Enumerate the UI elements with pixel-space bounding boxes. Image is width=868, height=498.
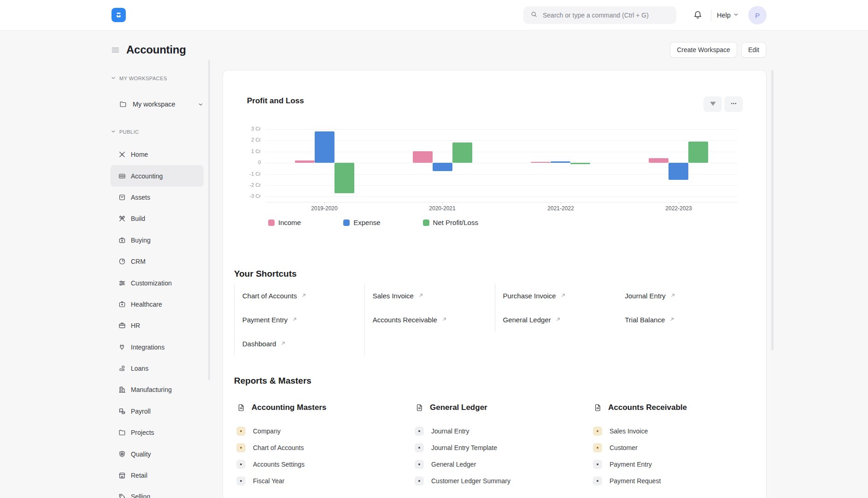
report-link[interactable]: General Ledger xyxy=(412,456,591,473)
chart-more-button[interactable] xyxy=(724,96,743,112)
chart-bar xyxy=(452,142,472,163)
report-column-title: Accounting Masters xyxy=(252,403,326,412)
sidebar-item[interactable]: Build xyxy=(111,208,204,229)
chart-bar xyxy=(433,163,452,171)
chart-filter-button[interactable] xyxy=(704,96,722,112)
shortcut-link[interactable]: Accounts Receivable xyxy=(364,308,495,332)
report-link[interactable]: Journal Entry xyxy=(412,423,591,439)
profit-and-loss-chart: 3 Cr2 Cr1 Cr0-1 Cr-2 Cr-3 Cr2019-2020202… xyxy=(234,125,741,216)
report-link[interactable]: Fiscal Year xyxy=(234,473,412,489)
erpnext-logo[interactable] xyxy=(111,8,126,22)
bullet-icon xyxy=(236,460,246,469)
page-title: Accounting xyxy=(126,43,186,56)
chart-gridline xyxy=(265,196,738,197)
chart-y-tick-label: 3 Cr xyxy=(234,126,261,131)
report-link[interactable]: Company xyxy=(234,423,412,439)
sidebar-item[interactable]: Manufacturing xyxy=(111,379,204,400)
file-text-icon xyxy=(593,403,602,412)
shortcut-link[interactable]: Trial Balance xyxy=(625,308,755,332)
sidebar-item[interactable]: CRM xyxy=(111,251,204,272)
chart-legend: Income Expense Net Profit/Loss xyxy=(268,219,755,226)
sidebar-toggle-icon[interactable] xyxy=(111,45,120,55)
sidebar-scrollbar[interactable] xyxy=(208,60,210,380)
bullet-icon xyxy=(236,443,246,452)
report-link-label: Payment Request xyxy=(610,477,661,485)
sidebar-item[interactable]: Payroll xyxy=(111,401,204,422)
sidebar-item[interactable]: Customization xyxy=(111,272,204,293)
sidebar-item[interactable]: Retail xyxy=(111,465,204,486)
shortcut-link[interactable]: Dashboard xyxy=(234,332,364,356)
search-placeholder: Search or type a command (Ctrl + G) xyxy=(543,12,649,19)
notifications-button[interactable] xyxy=(692,10,703,21)
shortcut-link[interactable] xyxy=(364,332,495,356)
sidebar-item[interactable]: Integrations xyxy=(111,337,204,358)
shortcut-link[interactable]: Payment Entry xyxy=(234,308,364,332)
shortcut-link[interactable]: General Ledger xyxy=(495,308,625,332)
bullet-icon xyxy=(593,460,602,469)
sidebar-item-icon xyxy=(118,428,126,437)
chart-x-axis xyxy=(265,202,738,202)
page-header: Accounting Create Workspace Edit xyxy=(111,41,766,59)
arrow-up-right-icon xyxy=(669,316,675,322)
chevron-down-icon xyxy=(111,129,116,135)
sidebar-item[interactable]: Assets xyxy=(111,187,204,208)
bullet-icon xyxy=(415,476,424,486)
report-link-label: Company xyxy=(253,427,281,435)
report-link[interactable]: Accounts Settings xyxy=(234,456,412,473)
navbar: Search or type a command (Ctrl + G) Help… xyxy=(0,0,868,30)
legend-item: Expense xyxy=(343,219,380,226)
shortcut-link[interactable]: Journal Entry xyxy=(625,284,755,308)
chart-x-category-label: 2020-2021 xyxy=(415,205,470,212)
sidebar-item[interactable]: HR xyxy=(111,315,204,336)
shortcut-link[interactable]: Sales Invoice xyxy=(364,284,495,308)
user-avatar[interactable]: P xyxy=(748,6,767,24)
search-input[interactable]: Search or type a command (Ctrl + G) xyxy=(523,6,676,24)
sidebar-item[interactable]: Home xyxy=(111,144,204,165)
report-link-label: Payment Entry xyxy=(610,461,652,468)
section-label: PUBLIC xyxy=(119,129,139,135)
report-link[interactable]: Journal Entry Template xyxy=(412,439,591,456)
chart-x-category-label: 2019-2020 xyxy=(297,205,352,212)
chevron-down-icon[interactable] xyxy=(198,101,204,107)
report-link[interactable]: Customer xyxy=(591,439,769,456)
sidebar-item[interactable]: Buying xyxy=(111,230,204,251)
report-link-label: Customer Ledger Summary xyxy=(431,477,510,485)
sidebar-item[interactable]: Projects xyxy=(111,422,204,443)
chart-y-tick-label: 0 xyxy=(234,160,261,165)
sidebar-item[interactable]: Selling xyxy=(111,486,204,498)
sidebar-item[interactable]: Healthcare xyxy=(111,294,204,315)
page-scrollbar[interactable] xyxy=(771,70,774,350)
sidebar-nav: Home Accounting Assets Build xyxy=(111,144,210,498)
create-workspace-button[interactable]: Create Workspace xyxy=(670,42,737,58)
shortcut-link[interactable]: Purchase Invoice xyxy=(495,284,625,308)
report-link[interactable]: Payment Entry xyxy=(591,456,769,473)
report-link[interactable]: Chart of Accounts xyxy=(234,439,412,456)
report-link[interactable]: Sales Invoice xyxy=(591,423,769,439)
chart-bar xyxy=(570,163,590,164)
help-menu[interactable]: Help xyxy=(717,10,739,20)
chart-x-tick xyxy=(679,202,679,205)
report-link-label: Fiscal Year xyxy=(253,477,284,485)
my-workspace-item[interactable]: My workspace xyxy=(111,95,210,113)
sidebar-item-label: Selling xyxy=(131,493,150,498)
reports-columns: Accounting Masters Company Cha xyxy=(234,402,755,489)
report-link[interactable]: Customer Ledger Summary xyxy=(412,473,591,489)
arrow-up-right-icon xyxy=(670,292,676,298)
chart-y-tick-label: 2 Cr xyxy=(234,137,261,142)
chart-bar xyxy=(688,142,708,163)
section-public[interactable]: PUBLIC xyxy=(111,127,210,136)
shortcut-label: Dashboard xyxy=(242,340,276,348)
edit-button[interactable]: Edit xyxy=(741,42,766,58)
arrow-up-right-icon xyxy=(418,292,424,298)
shortcut-link[interactable]: Chart of Accounts xyxy=(234,284,364,308)
section-my-workspaces[interactable]: MY WORKSPACES xyxy=(111,74,210,83)
chart-bar xyxy=(334,163,354,193)
sidebar-item-icon xyxy=(118,257,126,266)
sidebar-item[interactable]: Loans xyxy=(111,358,204,379)
sidebar-item-label: Manufacturing xyxy=(131,386,172,393)
report-link[interactable]: Payment Request xyxy=(591,473,769,489)
sidebar-item[interactable]: Accounting xyxy=(111,165,204,186)
section-label: MY WORKSPACES xyxy=(119,76,167,81)
sidebar-item[interactable]: Quality xyxy=(111,443,204,464)
sidebar-item-icon xyxy=(118,321,126,330)
